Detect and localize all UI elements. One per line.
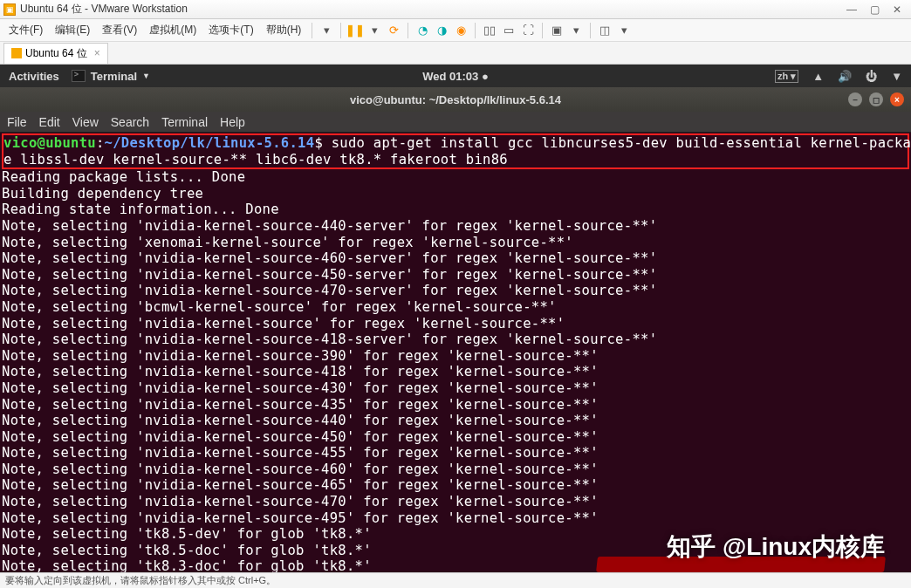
term-menu-help[interactable]: Help bbox=[220, 115, 245, 129]
tab-label: Ubuntu 64 位 bbox=[25, 46, 87, 61]
terminal-menubar: File Edit View Search Terminal Help bbox=[0, 112, 911, 133]
chevron-down-icon: ▼ bbox=[142, 72, 150, 80]
terminal-output: Reading package lists... DoneBuilding de… bbox=[2, 169, 909, 578]
status-text: 要将输入定向到该虚拟机，请将鼠标指针移入其中或按 Ctrl+G。 bbox=[5, 574, 276, 587]
terminal-minimize-button[interactable]: – bbox=[848, 92, 862, 106]
term-menu-search[interactable]: Search bbox=[111, 115, 149, 129]
power-icon[interactable]: ⏻ bbox=[866, 70, 877, 83]
fullscreen-icon[interactable]: ▣ bbox=[548, 22, 565, 39]
term-menu-edit[interactable]: Edit bbox=[39, 115, 60, 129]
vmware-icon: ▣ bbox=[3, 3, 16, 16]
menu-help[interactable]: 帮助(H) bbox=[261, 21, 307, 39]
toolbar-dropdown4-icon[interactable]: ▾ bbox=[615, 22, 633, 39]
vmware-tabbar: Ubuntu 64 位 × bbox=[0, 42, 911, 65]
menu-view[interactable]: 查看(V) bbox=[97, 21, 142, 39]
terminal-close-button[interactable]: × bbox=[890, 92, 904, 106]
terminal-maximize-button[interactable]: ◻ bbox=[869, 92, 883, 106]
window-minimize-button[interactable]: — bbox=[841, 3, 862, 16]
tab-close-icon[interactable]: × bbox=[94, 47, 100, 59]
window-maximize-button[interactable]: ▢ bbox=[864, 3, 885, 16]
term-menu-terminal[interactable]: Terminal bbox=[161, 115, 208, 129]
app-menu[interactable]: Terminal ▼ bbox=[72, 70, 150, 83]
app-menu-label: Terminal bbox=[91, 70, 137, 83]
layout-icon-3[interactable]: ⛶ bbox=[519, 22, 537, 39]
vmware-titlebar: ▣ Ubuntu 64 位 - VMware Workstation — ▢ ✕ bbox=[0, 0, 911, 19]
tool-icon-2[interactable]: ◑ bbox=[433, 22, 450, 39]
layout-icon-1[interactable]: ▯▯ bbox=[481, 22, 498, 39]
tool-icon-1[interactable]: ◔ bbox=[414, 22, 431, 39]
tab-vm-icon bbox=[11, 48, 22, 58]
layout-icon-2[interactable]: ▭ bbox=[500, 22, 517, 39]
tool-icon-3[interactable]: ◉ bbox=[452, 22, 469, 39]
vmware-menubar: 文件(F) 编辑(E) 查看(V) 虚拟机(M) 选项卡(T) 帮助(H) ▾ … bbox=[0, 19, 911, 42]
vm-tab[interactable]: Ubuntu 64 位 × bbox=[3, 43, 108, 64]
volume-icon[interactable]: 🔊 bbox=[838, 70, 852, 83]
system-dropdown-icon[interactable]: ▼ bbox=[891, 70, 902, 83]
network-icon[interactable]: ▲ bbox=[812, 70, 824, 83]
terminal-body[interactable]: vico@ubuntu:~/Desktop/lk/linux-5.6.14$ s… bbox=[0, 133, 911, 578]
vmware-title: Ubuntu 64 位 - VMware Workstation bbox=[20, 2, 841, 17]
toolbar-dropdown2-icon[interactable]: ▾ bbox=[366, 22, 383, 39]
pause-icon[interactable]: ❚❚ bbox=[346, 22, 364, 39]
term-menu-view[interactable]: View bbox=[72, 115, 99, 129]
menu-edit[interactable]: 编辑(E) bbox=[50, 21, 95, 39]
term-menu-file[interactable]: File bbox=[7, 115, 27, 129]
menu-file[interactable]: 文件(F) bbox=[3, 21, 48, 39]
unity-icon[interactable]: ◫ bbox=[596, 22, 613, 39]
activities-button[interactable]: Activities bbox=[9, 70, 59, 83]
highlighted-command: vico@ubuntu:~/Desktop/lk/linux-5.6.14$ s… bbox=[2, 133, 909, 169]
gnome-topbar: Activities Terminal ▼ Wed 01:03 ● zh ▾ ▲… bbox=[0, 65, 911, 87]
ime-icon[interactable]: zh ▾ bbox=[775, 70, 798, 83]
vmware-statusbar: 要将输入定向到该虚拟机，请将鼠标指针移入其中或按 Ctrl+G。 bbox=[0, 572, 911, 588]
menu-tabs[interactable]: 选项卡(T) bbox=[203, 21, 258, 39]
menu-vm[interactable]: 虚拟机(M) bbox=[144, 21, 202, 39]
terminal-titlebar: vico@ubuntu: ~/Desktop/lk/linux-5.6.14 –… bbox=[0, 87, 911, 112]
window-close-button[interactable]: ✕ bbox=[887, 3, 908, 16]
toolbar-dropdown-icon[interactable]: ▾ bbox=[318, 22, 335, 39]
command-line: vico@ubuntu:~/Desktop/lk/linux-5.6.14$ s… bbox=[3, 135, 908, 168]
clock[interactable]: Wed 01:03 ● bbox=[422, 70, 489, 83]
snapshot-icon[interactable]: ⟳ bbox=[385, 22, 402, 39]
terminal-title: vico@ubuntu: ~/Desktop/lk/linux-5.6.14 bbox=[350, 93, 561, 106]
terminal-app-icon bbox=[72, 70, 86, 82]
toolbar-dropdown3-icon[interactable]: ▾ bbox=[567, 22, 585, 39]
